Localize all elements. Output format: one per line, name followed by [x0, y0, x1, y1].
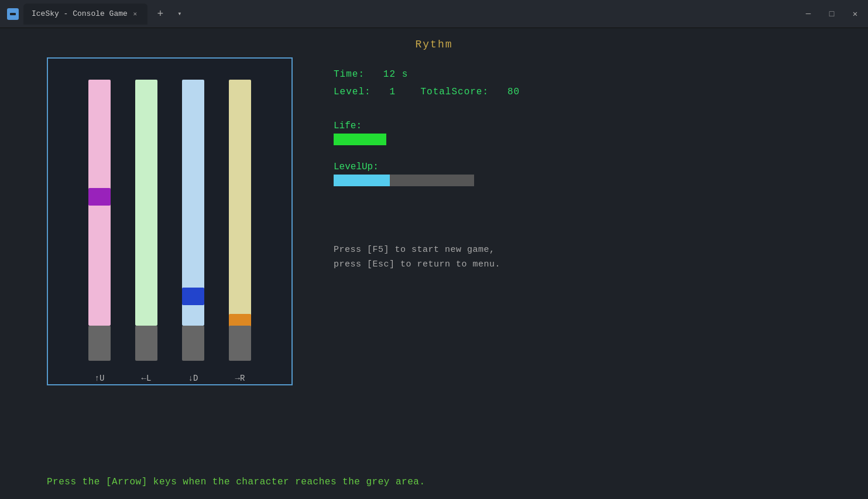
lane-r-track	[227, 80, 253, 384]
game-title: Rythm	[0, 28, 868, 57]
lane-l-grey	[135, 326, 157, 361]
press-esc-instruction: press [Esc] to return to menu.	[334, 259, 804, 269]
time-value: 12 s	[383, 69, 408, 80]
score-value: 80	[507, 87, 520, 97]
svg-rect-1	[10, 13, 16, 15]
lane-l: ←L	[132, 80, 161, 384]
lanes-inner: ↑U ←L ↓D	[60, 64, 280, 384]
levelup-bar-fill	[334, 175, 390, 186]
new-tab-button[interactable]: +	[152, 6, 169, 22]
window-controls: ─ □ ✕	[802, 8, 861, 20]
lane-u-note	[88, 188, 111, 206]
life-bar	[334, 134, 404, 145]
app-icon	[7, 8, 19, 20]
tab-dropdown-button[interactable]: ▾	[173, 8, 186, 20]
levelup-bar	[334, 175, 474, 186]
main-content: Rythm ↑U	[0, 28, 868, 499]
lane-r-grey	[229, 326, 251, 361]
level-value: 1	[389, 87, 396, 97]
tab-title: IceSky - Console Game	[32, 9, 128, 18]
lane-d-grey	[182, 326, 204, 361]
maximize-button[interactable]: □	[826, 8, 838, 20]
lane-l-track	[133, 80, 160, 384]
life-bar-fill	[334, 134, 386, 145]
hud-time-row: Time: 12 s	[334, 69, 804, 80]
lane-d-label: ↓D	[188, 374, 198, 383]
lane-l-label: ←L	[142, 374, 152, 383]
hud-level-row: Level: 1 TotalScore: 80	[334, 87, 804, 97]
minimize-button[interactable]: ─	[802, 8, 814, 20]
lane-u-track	[87, 80, 113, 384]
lane-d-track	[180, 80, 207, 384]
close-button[interactable]: ✕	[849, 8, 861, 20]
game-area: ↑U ←L ↓D	[0, 57, 868, 465]
level-label: Level:	[334, 87, 371, 97]
lanes-container: ↑U ←L ↓D	[47, 57, 293, 385]
lane-u-label: ↑U	[95, 374, 105, 383]
lane-d: ↓D	[179, 80, 208, 384]
hud-panel: Time: 12 s Level: 1 TotalScore: 80 Life:	[316, 57, 821, 281]
time-label: Time:	[334, 69, 365, 80]
lane-r-bg	[229, 80, 251, 326]
titlebar: IceSky - Console Game ✕ + ▾ ─ □ ✕	[0, 0, 868, 28]
score-label: TotalScore:	[420, 87, 489, 97]
life-label: Life:	[334, 121, 804, 131]
lane-d-note	[182, 288, 204, 305]
bottom-bar: Press the [Arrow] keys when the characte…	[0, 465, 868, 499]
lane-l-bg	[135, 80, 157, 326]
lane-u: ↑U	[85, 80, 114, 384]
lane-r-label: →R	[235, 374, 245, 383]
bottom-instruction: Press the [Arrow] keys when the characte…	[47, 477, 821, 487]
press-f5-instruction: Press [F5] to start new game,	[334, 245, 804, 255]
lane-r: →R	[225, 80, 255, 384]
browser-tab[interactable]: IceSky - Console Game ✕	[23, 4, 147, 25]
lane-u-grey	[88, 326, 111, 361]
tab-close-button[interactable]: ✕	[131, 10, 139, 18]
levelup-label: LevelUp:	[334, 162, 804, 172]
